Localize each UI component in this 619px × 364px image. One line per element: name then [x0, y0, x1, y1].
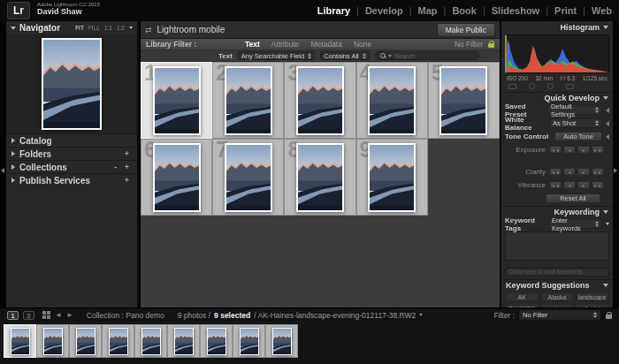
keyword-suggestions-header[interactable]: Keyword Suggestions: [501, 279, 613, 291]
filmstrip-photo-cell[interactable]: [4, 324, 36, 358]
zoom-menu-icon[interactable]: [129, 27, 133, 29]
decrease-large-button[interactable]: ◄◄: [549, 181, 562, 189]
add-folder-button[interactable]: +: [125, 149, 132, 158]
keyword-menu-icon[interactable]: [606, 223, 609, 225]
sidebar-item-folders[interactable]: Folders +: [6, 147, 137, 160]
histogram[interactable]: [505, 34, 609, 73]
filter-tab-text[interactable]: Text: [245, 40, 260, 49]
filmstrip-photo-cell[interactable]: [200, 324, 233, 358]
section-expand-icon[interactable]: [606, 108, 609, 113]
grid-photo-cell[interactable]: 7: [212, 139, 284, 216]
section-expand-icon[interactable]: [606, 121, 609, 126]
photo-thumbnail[interactable]: [368, 66, 416, 135]
filter-lock-icon[interactable]: [487, 41, 494, 48]
keyword-tags-textarea[interactable]: [505, 231, 609, 261]
decrease-button[interactable]: ◄: [563, 181, 576, 189]
crop-tool-icon[interactable]: [508, 84, 516, 89]
right-panel-gutter[interactable]: [613, 21, 619, 307]
filmstrip-photo-cell[interactable]: [265, 324, 298, 358]
module-print[interactable]: Print: [554, 5, 577, 16]
keyword-suggestion[interactable]: AK: [506, 292, 539, 301]
sidebar-item-catalog[interactable]: Catalog: [6, 133, 137, 147]
section-expand-icon[interactable]: [606, 134, 609, 140]
filmstrip-filter-dropdown[interactable]: No Filter: [519, 310, 600, 320]
module-web[interactable]: Web: [592, 5, 612, 16]
filmstrip-photo-cell[interactable]: [167, 324, 200, 358]
photo-thumbnail[interactable]: [153, 66, 201, 135]
module-slideshow[interactable]: Slideshow: [492, 5, 539, 16]
filter-tab-attribute[interactable]: Attribute: [271, 40, 300, 49]
increase-large-button[interactable]: ►►: [592, 146, 604, 154]
make-public-button[interactable]: Make Public: [437, 23, 495, 37]
search-input[interactable]: [394, 52, 480, 60]
keyword-suggestion[interactable]: landscape: [576, 292, 608, 301]
zoom-fill[interactable]: FILL: [88, 25, 100, 31]
photo-thumbnail[interactable]: [225, 66, 272, 135]
keyword-tags-mode-dropdown[interactable]: Enter Keywords: [548, 219, 602, 229]
auto-tone-button[interactable]: Auto Tone: [554, 132, 602, 141]
increase-button[interactable]: ►: [577, 181, 590, 189]
filmstrip-filter-lock-icon[interactable]: [605, 312, 612, 319]
reset-all-button[interactable]: Reset All: [546, 193, 600, 203]
increase-large-button[interactable]: ►►: [592, 168, 604, 176]
decrease-button[interactable]: ◄: [563, 168, 576, 176]
filmstrip-photo-cell[interactable]: [69, 324, 102, 358]
collection-breadcrumb[interactable]: Collection : Pano demo: [87, 311, 164, 320]
zoom-1-2[interactable]: 1:2: [117, 25, 125, 31]
photo-thumbnail[interactable]: [296, 143, 344, 212]
decrease-button[interactable]: ◄: [563, 146, 576, 154]
selection-status[interactable]: 9 photos / 9 selected / AK-Haines-landsc…: [178, 311, 423, 320]
photo-thumbnail[interactable]: [153, 143, 201, 212]
photo-thumbnail[interactable]: [439, 66, 487, 135]
left-panel-gutter[interactable]: [0, 21, 6, 307]
grid-photo-cell[interactable]: 3: [284, 62, 355, 139]
grid-photo-cell[interactable]: 9: [356, 139, 428, 216]
add-keywords-input[interactable]: [505, 268, 609, 277]
filmstrip-photo-cell[interactable]: [102, 324, 134, 358]
grid-photo-cell[interactable]: 4: [356, 62, 428, 139]
add-publish-service-button[interactable]: +: [125, 176, 132, 185]
status-menu-icon[interactable]: [419, 314, 423, 316]
filter-preset-value[interactable]: No Filter: [455, 40, 483, 49]
filmstrip-photo-cell[interactable]: [36, 324, 69, 358]
grid-view-icon[interactable]: [42, 311, 50, 319]
increase-button[interactable]: ►: [577, 146, 590, 154]
zoom-fit[interactable]: FIT: [75, 25, 84, 31]
filmstrip-photo-cell[interactable]: [233, 324, 265, 358]
navigator-header[interactable]: Navigator FIT FILL 1:1 1:2: [6, 21, 137, 34]
decrease-large-button[interactable]: ◄◄: [549, 168, 562, 176]
grid-photo-cell[interactable]: 5: [428, 62, 500, 139]
increase-large-button[interactable]: ►►: [592, 181, 604, 189]
grid-photo-cell[interactable]: 2: [212, 62, 284, 139]
module-map[interactable]: Map: [418, 5, 438, 16]
grid-photo-cell[interactable]: 6: [141, 139, 212, 216]
redeye-tool-icon[interactable]: [547, 83, 554, 89]
photo-thumbnail[interactable]: [368, 143, 416, 212]
filmstrip-photo-cell[interactable]: [134, 324, 167, 358]
gradient-tool-icon[interactable]: [566, 84, 574, 89]
filter-tab-metadata[interactable]: Metadata: [311, 40, 342, 49]
filter-tab-none[interactable]: None: [354, 40, 371, 49]
navigator-preview[interactable]: [6, 34, 137, 133]
collapse-right-panel-icon[interactable]: [614, 168, 617, 173]
saved-preset-dropdown[interactable]: Default Settings: [547, 105, 602, 115]
photo-thumbnail[interactable]: [296, 66, 344, 135]
primary-display-button[interactable]: 1: [7, 311, 19, 320]
histogram-header[interactable]: Histogram: [501, 21, 613, 33]
next-photo-icon[interactable]: ►: [66, 311, 73, 319]
sidebar-item-publish-services[interactable]: Publish Services +: [6, 173, 137, 186]
search-rule-dropdown[interactable]: Contains All: [320, 51, 370, 60]
zoom-1-1[interactable]: 1:1: [104, 25, 112, 31]
module-book[interactable]: Book: [452, 5, 477, 16]
collapse-left-panel-icon[interactable]: [1, 168, 4, 173]
spot-removal-tool-icon[interactable]: [529, 83, 535, 89]
module-library[interactable]: Library: [317, 5, 350, 16]
search-menu-icon[interactable]: [388, 55, 392, 57]
collections-minus-plus-buttons[interactable]: - +: [114, 163, 132, 171]
decrease-large-button[interactable]: ◄◄: [549, 146, 562, 154]
white-balance-dropdown[interactable]: As Shot: [549, 118, 602, 128]
secondary-display-button[interactable]: 2: [23, 311, 34, 320]
previous-photo-icon[interactable]: ◄: [55, 311, 62, 319]
grid-photo-cell[interactable]: 1: [141, 62, 212, 139]
search-field-dropdown[interactable]: Any Searchable Field: [238, 51, 315, 60]
